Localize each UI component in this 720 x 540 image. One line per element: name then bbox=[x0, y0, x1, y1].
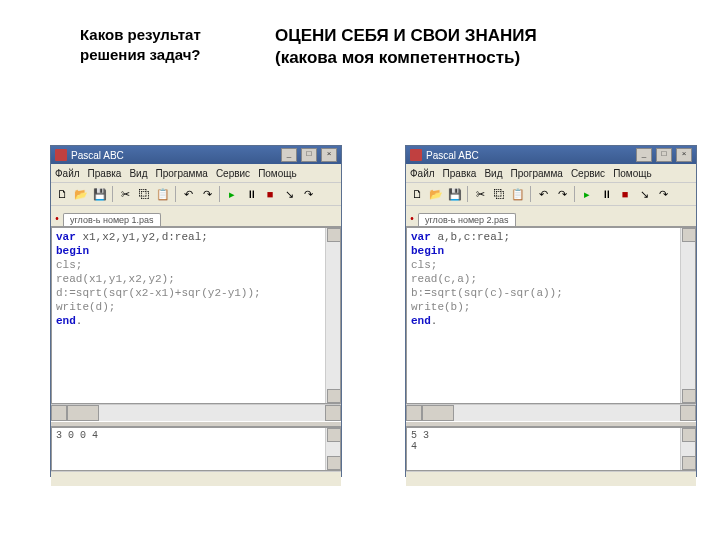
toolbar-separator bbox=[175, 186, 176, 202]
code-line: read(x1,y1,x2,y2); bbox=[56, 273, 175, 285]
menu-help[interactable]: Помощь bbox=[258, 168, 297, 179]
toolbar-separator bbox=[530, 186, 531, 202]
maximize-button[interactable]: □ bbox=[301, 148, 317, 162]
minimize-button[interactable]: _ bbox=[636, 148, 652, 162]
menubar: Файл Правка Вид Программа Сервис Помощь bbox=[51, 164, 341, 183]
copy-icon[interactable]: ⿻ bbox=[490, 185, 508, 203]
copy-icon[interactable]: ⿻ bbox=[135, 185, 153, 203]
keyword-end: end bbox=[411, 315, 431, 327]
menu-service[interactable]: Сервис bbox=[571, 168, 605, 179]
code-line: cls; bbox=[56, 259, 82, 271]
output-text: 3 0 0 4 bbox=[56, 430, 98, 441]
undo-icon[interactable]: ↶ bbox=[534, 185, 552, 203]
statusbar bbox=[406, 471, 696, 486]
code-content: var a,b,c:real; begin cls; read(c,a); b:… bbox=[407, 228, 695, 330]
menu-file[interactable]: Файл bbox=[55, 168, 80, 179]
pause-icon[interactable]: ⏸ bbox=[242, 185, 260, 203]
open-icon[interactable]: 📂 bbox=[72, 185, 90, 203]
menu-program[interactable]: Программа bbox=[155, 168, 207, 179]
maximize-button[interactable]: □ bbox=[656, 148, 672, 162]
var-declaration: x1,x2,y1,y2,d:real; bbox=[76, 231, 208, 243]
tab-modified-icon: • bbox=[408, 212, 416, 226]
tabbar: • углов-ь номер 1.pas bbox=[51, 206, 341, 227]
code-line: cls; bbox=[411, 259, 437, 271]
scrollbar-vertical[interactable] bbox=[680, 428, 695, 470]
toolbar: 🗋 📂 💾 ✂ ⿻ 📋 ↶ ↷ ▸ ⏸ ■ ↘ ↷ bbox=[51, 183, 341, 206]
tab-file-left[interactable]: углов-ь номер 1.pas bbox=[63, 213, 161, 226]
code-line: write(d); bbox=[56, 301, 115, 313]
scrollbar-vertical[interactable] bbox=[325, 228, 340, 403]
step-icon[interactable]: ↘ bbox=[280, 185, 298, 203]
minimize-button[interactable]: _ bbox=[281, 148, 297, 162]
pascal-window-right: Pascal ABC _ □ × Файл Правка Вид Програм… bbox=[405, 145, 697, 477]
statusbar bbox=[51, 471, 341, 486]
menu-file[interactable]: Файл bbox=[410, 168, 435, 179]
code-line: write(b); bbox=[411, 301, 470, 313]
stop-icon[interactable]: ■ bbox=[616, 185, 634, 203]
menu-view[interactable]: Вид bbox=[484, 168, 502, 179]
stepover-icon[interactable]: ↷ bbox=[654, 185, 672, 203]
save-icon[interactable]: 💾 bbox=[91, 185, 109, 203]
keyword-var: var bbox=[411, 231, 431, 243]
cut-icon[interactable]: ✂ bbox=[116, 185, 134, 203]
toolbar-separator bbox=[219, 186, 220, 202]
output-panel: 5 3 4 bbox=[406, 427, 696, 471]
tab-modified-icon: • bbox=[53, 212, 61, 226]
undo-icon[interactable]: ↶ bbox=[179, 185, 197, 203]
pause-icon[interactable]: ⏸ bbox=[597, 185, 615, 203]
app-icon bbox=[410, 149, 422, 161]
output-panel: 3 0 0 4 bbox=[51, 427, 341, 471]
menu-edit[interactable]: Правка bbox=[443, 168, 477, 179]
menu-program[interactable]: Программа bbox=[510, 168, 562, 179]
paste-icon[interactable]: 📋 bbox=[154, 185, 172, 203]
toolbar-separator bbox=[112, 186, 113, 202]
pascal-window-left: Pascal ABC _ □ × Файл Правка Вид Програм… bbox=[50, 145, 342, 477]
close-button[interactable]: × bbox=[676, 148, 692, 162]
scrollbar-horizontal[interactable] bbox=[51, 404, 341, 421]
save-icon[interactable]: 💾 bbox=[446, 185, 464, 203]
tab-file-right[interactable]: углов-ь номер 2.pas bbox=[418, 213, 516, 226]
step-icon[interactable]: ↘ bbox=[635, 185, 653, 203]
keyword-begin: begin bbox=[56, 245, 89, 257]
open-icon[interactable]: 📂 bbox=[427, 185, 445, 203]
code-editor[interactable]: var a,b,c:real; begin cls; read(c,a); b:… bbox=[406, 227, 696, 404]
app-icon bbox=[55, 149, 67, 161]
heading-left: Каков результат решения задач? bbox=[80, 25, 240, 64]
menu-service[interactable]: Сервис bbox=[216, 168, 250, 179]
run-icon[interactable]: ▸ bbox=[578, 185, 596, 203]
code-editor[interactable]: var x1,x2,y1,y2,d:real; begin cls; read(… bbox=[51, 227, 341, 404]
scrollbar-horizontal[interactable] bbox=[406, 404, 696, 421]
output-line2: 4 bbox=[411, 441, 691, 452]
new-icon[interactable]: 🗋 bbox=[408, 185, 426, 203]
redo-icon[interactable]: ↷ bbox=[198, 185, 216, 203]
code-content: var x1,x2,y1,y2,d:real; begin cls; read(… bbox=[52, 228, 340, 330]
toolbar-separator bbox=[467, 186, 468, 202]
redo-icon[interactable]: ↷ bbox=[553, 185, 571, 203]
new-icon[interactable]: 🗋 bbox=[53, 185, 71, 203]
var-declaration: a,b,c:real; bbox=[431, 231, 510, 243]
output-line1: 5 3 bbox=[411, 430, 691, 441]
paste-icon[interactable]: 📋 bbox=[509, 185, 527, 203]
close-button[interactable]: × bbox=[321, 148, 337, 162]
stop-icon[interactable]: ■ bbox=[261, 185, 279, 203]
code-line: b:=sqrt(sqr(c)-sqr(a)); bbox=[411, 287, 563, 299]
titlebar[interactable]: Pascal ABC _ □ × bbox=[51, 146, 341, 164]
menubar: Файл Правка Вид Программа Сервис Помощь bbox=[406, 164, 696, 183]
menu-view[interactable]: Вид bbox=[129, 168, 147, 179]
menu-help[interactable]: Помощь bbox=[613, 168, 652, 179]
heading-right: ОЦЕНИ СЕБЯ И СВОИ ЗНАНИЯ (какова моя ком… bbox=[275, 25, 615, 69]
scrollbar-vertical[interactable] bbox=[325, 428, 340, 470]
stepover-icon[interactable]: ↷ bbox=[299, 185, 317, 203]
cut-icon[interactable]: ✂ bbox=[471, 185, 489, 203]
end-dot: . bbox=[431, 315, 438, 327]
run-icon[interactable]: ▸ bbox=[223, 185, 241, 203]
tabbar: • углов-ь номер 2.pas bbox=[406, 206, 696, 227]
scrollbar-vertical[interactable] bbox=[680, 228, 695, 403]
titlebar[interactable]: Pascal ABC _ □ × bbox=[406, 146, 696, 164]
toolbar-separator bbox=[574, 186, 575, 202]
code-line: read(c,a); bbox=[411, 273, 477, 285]
app-title: Pascal ABC bbox=[71, 150, 124, 161]
toolbar: 🗋 📂 💾 ✂ ⿻ 📋 ↶ ↷ ▸ ⏸ ■ ↘ ↷ bbox=[406, 183, 696, 206]
keyword-begin: begin bbox=[411, 245, 444, 257]
menu-edit[interactable]: Правка bbox=[88, 168, 122, 179]
